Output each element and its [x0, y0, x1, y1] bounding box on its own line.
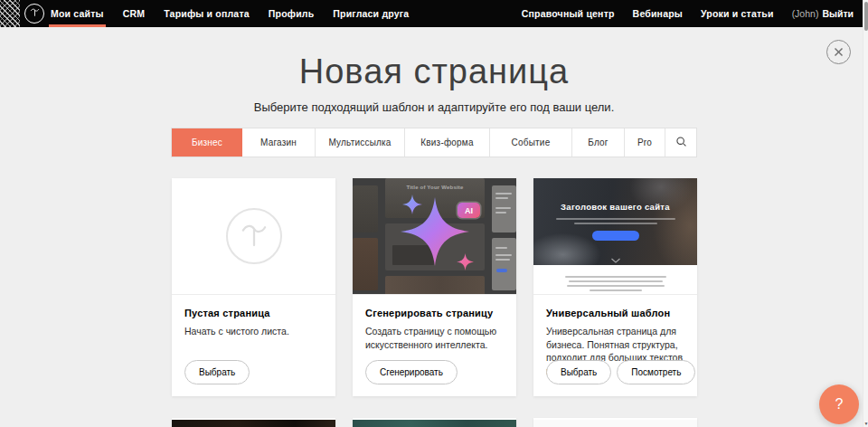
nav-invite-friend[interactable]: Пригласи друга	[333, 0, 409, 27]
nav-lessons-articles[interactable]: Уроки и статьи	[701, 0, 774, 27]
template-preview-image	[353, 420, 516, 427]
tilda-logo-icon	[29, 5, 41, 22]
card-actions: Выбрать Посмотреть	[546, 360, 695, 384]
collage-button	[496, 269, 507, 272]
nav-webinars[interactable]: Вебинары	[633, 0, 683, 27]
card-description: Начать с чистого листа.	[184, 325, 323, 338]
main-menu: Мои сайты CRM Тарифы и оплата Профиль Пр…	[51, 0, 409, 27]
card-title: Сгенерировать страницу	[365, 308, 504, 318]
template-card-ai-generate: Title of Your Website	[353, 178, 516, 396]
card-actions: Выбрать	[184, 360, 250, 384]
template-hero: Заголовок вашего сайта	[533, 178, 697, 265]
collage-block	[353, 238, 378, 290]
nav-profile[interactable]: Профиль	[269, 0, 315, 27]
template-text-section	[533, 265, 697, 295]
collage-block	[492, 185, 516, 232]
collage-block	[492, 238, 516, 290]
card-title: Пустая страница	[184, 308, 323, 318]
generate-button[interactable]: Сгенерировать	[365, 360, 458, 384]
template-preview-image	[533, 420, 697, 427]
collage-heading: Title of Your Website	[385, 185, 485, 190]
nav-my-sites[interactable]: Мои сайты	[51, 0, 104, 27]
tilda-watermark-circle	[226, 208, 282, 264]
new-page-modal: Мои сайты CRM Тарифы и оплата Профиль Пр…	[0, 0, 868, 427]
scrollbar[interactable]: ▼	[863, 0, 868, 427]
blank-page-preview	[172, 178, 335, 295]
tab-quiz-form[interactable]: Квиз-форма	[405, 128, 490, 157]
choose-template-button[interactable]: Выбрать	[546, 360, 611, 384]
top-navigation-bar: Мои сайты CRM Тарифы и оплата Профиль Пр…	[0, 0, 868, 27]
tab-multilink[interactable]: Мультиссылка	[316, 128, 405, 157]
template-card-partial[interactable]	[533, 418, 697, 427]
ai-badge: AI	[458, 203, 480, 218]
tab-event[interactable]: Событие	[490, 128, 572, 157]
tab-store[interactable]: Магазин	[242, 128, 316, 157]
nav-crm[interactable]: CRM	[123, 0, 146, 27]
logout-link[interactable]: Выйти	[822, 8, 854, 19]
card-body: Сгенерировать страницу Создать страницу …	[353, 295, 516, 395]
question-mark-icon: ?	[835, 396, 844, 413]
user-session: (John) Выйти	[792, 0, 854, 27]
nav-plans-payment[interactable]: Тарифы и оплата	[164, 0, 250, 27]
template-card-blank-page: Пустая страница Начать с чистого листа. …	[172, 178, 335, 396]
template-card-partial[interactable]	[353, 418, 516, 427]
decorative-texture	[0, 0, 20, 27]
page-subtitle: Выберите подходящий шаблон и адаптируйте…	[0, 100, 868, 114]
help-button[interactable]: ?	[819, 384, 859, 424]
template-hero-button	[592, 231, 639, 241]
tab-business[interactable]: Бизнес	[172, 128, 242, 157]
search-icon	[675, 136, 687, 149]
tab-search[interactable]	[665, 128, 696, 157]
scrollbar-thumb[interactable]	[864, 2, 868, 31]
collage-block	[385, 276, 485, 295]
scrollbar-down-arrow[interactable]: ▼	[863, 422, 868, 426]
card-description: Создать страницу с помощью искусственног…	[365, 325, 504, 351]
template-preview-image	[172, 420, 335, 427]
choose-blank-button[interactable]: Выбрать	[184, 360, 250, 384]
card-title: Универсальный шаблон	[546, 308, 684, 318]
collage-block	[353, 185, 378, 232]
tilda-watermark-icon	[237, 217, 271, 255]
user-name: (John)	[792, 8, 819, 19]
template-card-partial[interactable]	[172, 418, 335, 427]
secondary-menu: Справочный центр Вебинары Уроки и статьи…	[522, 0, 854, 27]
sparkle-small-icon	[457, 253, 474, 270]
card-actions: Сгенерировать	[365, 360, 458, 384]
template-hero-heading: Заголовок вашего сайта	[533, 202, 697, 212]
card-body: Универсальный шаблон Универсальная стран…	[533, 295, 697, 395]
preview-template-button[interactable]: Посмотреть	[617, 360, 695, 384]
card-body: Пустая страница Начать с чистого листа. …	[172, 295, 335, 395]
ai-preview-collage: Title of Your Website	[353, 178, 516, 295]
template-category-tabs: Бизнес Магазин Мультиссылка Квиз-форма С…	[172, 128, 696, 157]
page-title: Новая страница	[0, 52, 868, 91]
template-card-universal: Заголовок вашего сайта Универсальный шаб…	[533, 178, 697, 396]
tilda-logo[interactable]	[24, 4, 44, 24]
nav-help-center[interactable]: Справочный центр	[522, 0, 615, 27]
tab-pro[interactable]: Pro	[625, 128, 665, 157]
tab-blog[interactable]: Блог	[572, 128, 625, 157]
universal-template-preview: Заголовок вашего сайта	[533, 178, 697, 295]
